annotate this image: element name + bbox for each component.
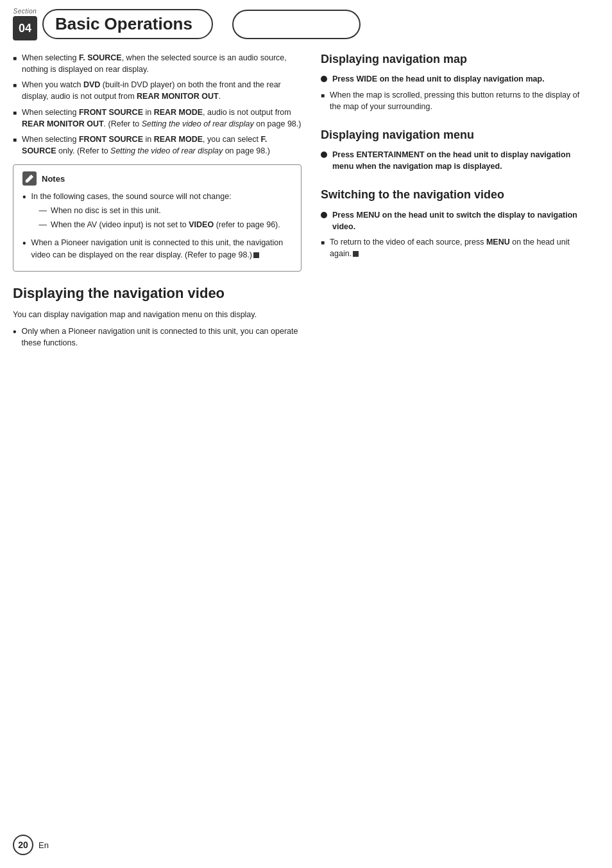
page-footer: 20 En [13, 835, 49, 855]
left-column: ■ When selecting F. SOURCE, when the sel… [13, 52, 302, 365]
content-area: ■ When selecting F. SOURCE, when the sel… [0, 46, 612, 378]
small-square-icon-1 [253, 252, 259, 258]
nav-video-intro: You can display navigation map and navig… [13, 309, 302, 320]
right-column: Displaying navigation map Press WIDE on … [314, 52, 590, 365]
sub-text-2: When the AV (video input) is not set to … [51, 219, 280, 230]
nav-map-bold-text: Press WIDE on the head unit to display n… [332, 73, 545, 85]
nav-switch-bold-text: Press MENU on the head unit to switch th… [332, 209, 590, 232]
bullet-square-4: ■ [13, 135, 17, 145]
header-title-pill: Basic Operations [42, 9, 213, 39]
bullet-text-2: When you watch DVD (built-in DVD player)… [22, 79, 302, 102]
bullet-square-r1: ■ [321, 91, 325, 101]
nav-menu-heading: Displaying navigation menu [321, 128, 590, 143]
bullet-item-3: ■ When selecting FRONT SOURCE in REAR MO… [13, 107, 302, 130]
bullet-square-2: ■ [13, 81, 17, 91]
page-container: Section 04 Basic Operations ■ When selec… [0, 0, 612, 868]
nav-video-section: Displaying the navigation video You can … [13, 284, 302, 349]
nav-menu-bold-text: Press ENTERTAINMENT on the head unit to … [332, 149, 590, 172]
nav-map-detail-bullet: ■ When the map is scrolled, pressing thi… [321, 89, 590, 112]
notes-title: Notes [42, 174, 65, 184]
nav-map-heading: Displaying navigation map [321, 52, 590, 67]
notes-bullet-2: • [22, 237, 26, 249]
circle-bullet-1 [321, 76, 327, 82]
notes-sub-item-2: — When the AV (video input) is not set t… [39, 219, 280, 230]
circle-bullet-2 [321, 152, 327, 158]
nav-switch-detail-text: To return to the video of each source, p… [330, 236, 590, 259]
sub-text-1: When no disc is set in this unit. [51, 205, 161, 216]
pencil-icon [25, 174, 34, 183]
bullet-item-2: ■ When you watch DVD (built-in DVD playe… [13, 79, 302, 102]
bullet-item-1: ■ When selecting F. SOURCE, when the sel… [13, 52, 302, 75]
section-label: Section [13, 8, 37, 15]
nav-switch-heading: Switching to the navigation video [321, 187, 590, 202]
section-nav-switch: Switching to the navigation video Press … [321, 187, 590, 259]
intro-bullets: ■ When selecting F. SOURCE, when the sel… [13, 52, 302, 157]
bullet-text-1: When selecting F. SOURCE, when the selec… [22, 52, 302, 75]
notes-list-item-2: • When a Pioneer navigation unit is conn… [22, 237, 292, 260]
nav-video-bullet: • Only when a Pioneer navigation unit is… [13, 326, 302, 349]
notes-item-1-text: In the following cases, the sound source… [31, 191, 280, 233]
notes-box: Notes • In the following cases, the soun… [13, 164, 302, 272]
bullet-square-r2: ■ [321, 238, 325, 248]
bullet-text-4: When selecting FRONT SOURCE in REAR MODE… [22, 134, 302, 157]
nav-map-detail-text: When the map is scrolled, pressing this … [330, 89, 590, 112]
notes-sub-item-1: — When no disc is set in this unit. [39, 205, 280, 216]
bullet-text-3: When selecting FRONT SOURCE in REAR MODE… [22, 107, 302, 130]
notes-bullet-1: • [22, 191, 26, 203]
nav-video-bullet-circle: • [13, 326, 17, 338]
section-nav-map: Displaying navigation map Press WIDE on … [321, 52, 590, 112]
notes-list: • In the following cases, the sound sour… [22, 191, 292, 261]
bullet-square-1: ■ [13, 54, 17, 64]
header-right-pill [232, 10, 361, 39]
nav-map-bold-bullet: Press WIDE on the head unit to display n… [321, 73, 590, 85]
nav-video-bullet-text: Only when a Pioneer navigation unit is c… [22, 326, 302, 349]
notes-sub-list: — When no disc is set in this unit. — Wh… [31, 205, 280, 230]
notes-item-2-text: When a Pioneer navigation unit is connec… [31, 237, 292, 260]
small-square-icon-2 [353, 251, 359, 257]
bullet-square-3: ■ [13, 108, 17, 118]
nav-switch-bold-bullet: Press MENU on the head unit to switch th… [321, 209, 590, 232]
notes-icon [22, 171, 37, 186]
notes-header: Notes [22, 171, 292, 186]
nav-switch-detail-bullet: ■ To return to the video of each source,… [321, 236, 590, 259]
bullet-item-4: ■ When selecting FRONT SOURCE in REAR MO… [13, 134, 302, 157]
nav-video-heading: Displaying the navigation video [13, 284, 302, 303]
section-badge: Section 04 [13, 8, 37, 40]
notes-list-item-1: • In the following cases, the sound sour… [22, 191, 292, 233]
nav-menu-bold-bullet: Press ENTERTAINMENT on the head unit to … [321, 149, 590, 172]
em-dash-2: — [39, 219, 47, 230]
em-dash-1: — [39, 205, 47, 216]
page-number: 20 [13, 835, 33, 855]
header-title: Basic Operations [55, 14, 192, 34]
circle-bullet-3 [321, 212, 327, 218]
page-lang-label: En [38, 840, 49, 850]
section-number: 04 [13, 16, 37, 40]
section-nav-menu: Displaying navigation menu Press ENTERTA… [321, 128, 590, 173]
page-header: Section 04 Basic Operations [0, 0, 612, 46]
